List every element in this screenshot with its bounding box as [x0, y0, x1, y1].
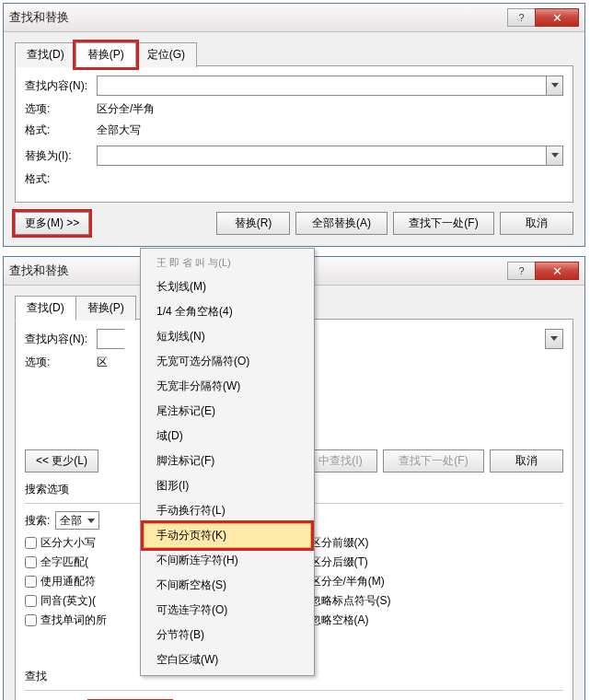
find-next-button[interactable]: 查找下一处(F) — [383, 449, 484, 472]
replace-with-combo[interactable] — [97, 146, 563, 166]
menu-item-10[interactable]: 手动分页符(K) — [144, 523, 311, 548]
close-button[interactable]: ✕ — [535, 262, 579, 280]
tab-goto[interactable]: 定位(G) — [135, 42, 197, 67]
svg-marker-0 — [551, 83, 559, 88]
dialog-title: 查找和替换 — [9, 9, 508, 26]
special-format-menu: 王 即 省 叫 与(L) 长划线(M)1/4 全角空格(4)短划线(N)无宽可选… — [140, 248, 315, 676]
menu-item-6[interactable]: 域(D) — [144, 424, 311, 449]
menu-item-8[interactable]: 图形(I) — [144, 473, 311, 498]
check-left-checkbox-3[interactable] — [25, 595, 37, 607]
replace-with-input[interactable] — [98, 146, 546, 165]
titlebar[interactable]: 查找和替换 ? ✕ — [4, 4, 584, 32]
check-right-label-0: 区分前缀(X) — [310, 535, 369, 551]
find-content-input[interactable] — [98, 76, 546, 95]
find-content-combo[interactable] — [97, 329, 124, 349]
help-button[interactable]: ? — [507, 8, 536, 27]
checkbox-col-right: 区分前缀(X)区分后缀(T)区分全/半角(M)忽略标点符号(S)忽略空格(A) — [295, 535, 564, 632]
check-left-label-3: 同音(英文)( — [40, 593, 96, 609]
tab-replace[interactable]: 替换(P) — [75, 296, 136, 321]
replace-all-button[interactable]: 全部替换(A) — [295, 212, 388, 235]
menu-item-14[interactable]: 分节符(B) — [144, 623, 311, 648]
svg-marker-1 — [551, 153, 559, 158]
check-right-label-2: 区分全/半角(M) — [310, 574, 385, 589]
more-button[interactable]: 更多(M) >> — [15, 212, 89, 235]
check-right-label-3: 忽略标点符号(S) — [310, 593, 391, 609]
tab-panel: 查找内容(N): 选项: 区分全/半角 格式: 全部大写 替换为(I): — [15, 65, 573, 203]
options-value: 区 — [97, 355, 108, 370]
format2-label: 格式: — [25, 171, 97, 187]
search-in-button[interactable]: 中查找(I) — [304, 449, 377, 472]
check-right-3: 忽略标点符号(S) — [295, 593, 564, 609]
options-label: 选项: — [25, 101, 97, 117]
less-button[interactable]: << 更少(L) — [25, 449, 98, 472]
tab-strip: 查找(D) 替换(P) 定位(G) — [15, 41, 573, 66]
menu-item-0[interactable]: 长划线(M) — [144, 274, 311, 299]
tab-find[interactable]: 查找(D) — [15, 296, 76, 321]
menu-item-4[interactable]: 无宽非分隔符(W) — [144, 374, 311, 399]
check-left-checkbox-0[interactable] — [25, 537, 37, 549]
options-label: 选项: — [25, 355, 97, 370]
options-value: 区分全/半角 — [97, 101, 155, 117]
check-right-4: 忽略空格(A) — [295, 612, 564, 628]
dialog-body: 查找(D) 替换(P) 定位(G) 查找内容(N): 选项: 区分全/半角 格式… — [4, 32, 584, 246]
cancel-button[interactable]: 取消 — [490, 449, 563, 472]
dropdown-icon[interactable] — [546, 76, 562, 95]
window-buttons: ? ✕ — [508, 8, 579, 27]
menu-item-7[interactable]: 脚注标记(F) — [144, 449, 311, 473]
check-right-0: 区分前缀(X) — [295, 535, 564, 551]
menu-item-1[interactable]: 1/4 全角空格(4) — [144, 299, 311, 324]
menu-item-2[interactable]: 短划线(N) — [144, 324, 311, 349]
search-direction-select[interactable]: 全部 — [55, 511, 99, 530]
find-next-button[interactable]: 查找下一处(F) — [393, 212, 494, 235]
format-label: 格式: — [25, 122, 97, 138]
menu-item-13[interactable]: 可选连字符(O) — [144, 598, 311, 623]
check-left-checkbox-2[interactable] — [25, 576, 37, 588]
check-right-2: 区分全/半角(M) — [295, 574, 564, 589]
find-content-combo-end[interactable] — [545, 329, 563, 349]
tab-replace[interactable]: 替换(P) — [75, 42, 136, 67]
check-left-label-1: 全字匹配( — [40, 554, 88, 570]
find-content-label: 查找内容(N): — [25, 78, 97, 94]
find-content-label: 查找内容(N): — [25, 332, 97, 347]
button-row: 更多(M) >> 替换(R) 全部替换(A) 查找下一处(F) 取消 — [15, 203, 573, 235]
tab-find[interactable]: 查找(D) — [15, 42, 76, 67]
help-button[interactable]: ? — [507, 262, 536, 280]
check-right-1: 区分后缀(T) — [295, 554, 564, 570]
menu-item-15[interactable]: 空白区域(W) — [144, 648, 311, 672]
menu-item-12[interactable]: 不间断空格(S) — [144, 573, 311, 598]
find-replace-dialog-2: 查找和替换 ? ✕ 查找(D) 替换(P) 查找内容(N): — [3, 256, 585, 700]
cancel-button[interactable]: 取消 — [500, 212, 573, 235]
find-content-combo[interactable] — [97, 76, 563, 96]
check-left-checkbox-4[interactable] — [25, 614, 37, 626]
menu-item-9[interactable]: 手动换行符(L) — [144, 498, 311, 523]
menu-item-truncated[interactable]: 王 即 省 叫 与(L) — [144, 251, 311, 274]
svg-marker-2 — [550, 336, 558, 341]
check-right-label-4: 忽略空格(A) — [310, 612, 369, 628]
menu-item-5[interactable]: 尾注标记(E) — [144, 399, 311, 424]
close-button[interactable]: ✕ — [535, 8, 579, 27]
window-buttons: ? ✕ — [508, 262, 579, 280]
format-value: 全部大写 — [97, 122, 141, 138]
dropdown-icon[interactable] — [546, 146, 562, 165]
replace-button[interactable]: 替换(R) — [216, 212, 290, 235]
replace-with-label: 替换为(I): — [25, 148, 97, 164]
check-left-label-4: 查找单词的所 — [40, 612, 107, 628]
check-left-checkbox-1[interactable] — [25, 556, 37, 568]
check-left-label-2: 使用通配符 — [40, 574, 96, 589]
check-left-label-0: 区分大小写 — [40, 535, 96, 551]
menu-item-11[interactable]: 不间断连字符(H) — [144, 548, 311, 573]
menu-item-3[interactable]: 无宽可选分隔符(O) — [144, 349, 311, 374]
find-replace-dialog-1: 查找和替换 ? ✕ 查找(D) 替换(P) 定位(G) 查找内容(N): 选 — [3, 3, 585, 247]
dropdown-icon[interactable] — [546, 330, 562, 348]
search-label: 搜索: — [25, 513, 50, 529]
check-right-label-1: 区分后缀(T) — [310, 554, 368, 570]
